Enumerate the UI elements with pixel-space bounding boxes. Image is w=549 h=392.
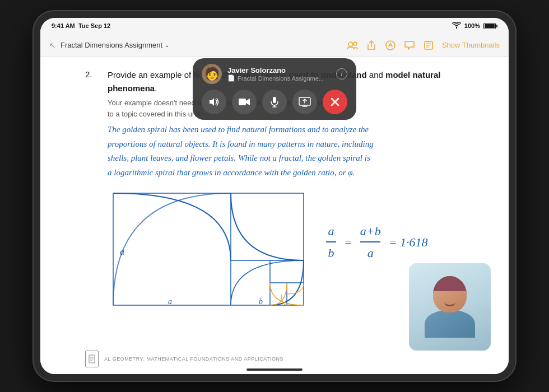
status-bar: 9:41 AM Tue Sep 12 100% — [40, 18, 509, 34]
handwritten-response: The golden spiral has been used to find … — [108, 123, 481, 180]
caller-info: Javier Solorzano 📄 Fractal Dimensions As… — [227, 66, 331, 82]
edit-icon[interactable] — [423, 40, 434, 51]
doc-icon: 📄 — [227, 74, 235, 82]
status-time: 9:41 AM Tue Sep 12 — [52, 22, 110, 29]
svg-text:a: a — [120, 247, 124, 256]
person-silhouette — [425, 276, 475, 338]
facetime-header: 🧑 Javier Solorzano 📄 Fractal Dimensions … — [202, 64, 347, 84]
battery-percentage: 100% — [464, 22, 480, 29]
person-face — [433, 291, 467, 312]
page-footer-text: AL GEOMETRY: MATHEMATICAL FOUNDATIONS AN… — [104, 356, 283, 362]
cursor-icon: ↖ — [49, 41, 56, 50]
avatar-emoji: 🧑 — [204, 67, 220, 81]
svg-text:b: b — [259, 297, 263, 306]
battery-icon — [483, 23, 497, 29]
toolbar-left: ↖ Fractal Dimensions Assignment ⌄ — [49, 41, 169, 50]
svg-point-1 — [353, 42, 357, 45]
toolbar: ↖ Fractal Dimensions Assignment ⌄ — [40, 34, 509, 57]
person-video-overlay[interactable] — [408, 262, 492, 352]
handwritten-line4: a logarithmic spiral that grows in accor… — [108, 166, 481, 180]
caller-avatar: 🧑 — [202, 64, 222, 84]
question-text-part2: and — [367, 70, 385, 80]
volume-button[interactable] — [202, 90, 226, 114]
screen-share-button[interactable] — [292, 90, 317, 114]
svg-rect-9 — [113, 193, 304, 305]
video-button[interactable] — [232, 90, 257, 114]
svg-point-0 — [348, 42, 353, 46]
toolbar-right: Show Thumbnails — [347, 40, 500, 51]
caller-doc: 📄 Fractal Dimensions Assignme... — [227, 74, 331, 82]
show-thumbnails-button[interactable]: Show Thumbnails — [442, 41, 500, 49]
facetime-overlay[interactable]: 🧑 Javier Solorzano 📄 Fractal Dimensions … — [193, 58, 356, 120]
question-text-end: . — [155, 83, 157, 93]
handwritten-line3: shells, plant leaves, and flower petals.… — [108, 151, 481, 166]
mic-button[interactable] — [262, 90, 287, 114]
facetime-controls — [202, 90, 347, 114]
status-right: 100% — [452, 22, 497, 30]
chevron-down-icon: ⌄ — [165, 42, 169, 48]
home-indicator — [246, 368, 303, 371]
comment-icon[interactable] — [404, 40, 415, 51]
spiral-diagram: a a b — [108, 188, 309, 311]
ipad-screen: 9:41 AM Tue Sep 12 100% — [40, 18, 509, 374]
person-smile — [444, 302, 455, 306]
doc-title[interactable]: Fractal Dimensions Assignment ⌄ — [61, 41, 169, 49]
caller-name: Javier Solorzano — [227, 66, 331, 74]
formula-display: a b = a+b a = 1·618 — [326, 221, 428, 263]
svg-rect-5 — [273, 97, 276, 103]
question-number: 2. — [85, 68, 108, 119]
ipad-frame: 9:41 AM Tue Sep 12 100% — [34, 11, 515, 381]
wifi-icon — [452, 22, 461, 30]
person-cap — [433, 276, 467, 293]
formula-area: a b = a+b a = 1·618 — [326, 188, 428, 263]
svg-rect-4 — [239, 99, 246, 105]
svg-text:a: a — [168, 297, 172, 306]
handwritten-line2: proportions of natural objects. It is fo… — [108, 137, 481, 152]
handwritten-line1: The golden spiral has been used to find … — [108, 123, 481, 137]
person-head — [433, 276, 467, 312]
collab-icon[interactable] — [347, 40, 358, 51]
share-icon[interactable] — [366, 40, 377, 51]
person-body — [425, 310, 475, 338]
page-icon — [85, 351, 99, 367]
end-call-button[interactable] — [323, 90, 347, 114]
info-button[interactable]: i — [336, 68, 347, 80]
pencil-icon[interactable] — [385, 40, 396, 51]
page-footer: AL GEOMETRY: MATHEMATICAL FOUNDATIONS AN… — [85, 351, 492, 367]
person-background — [409, 263, 491, 351]
